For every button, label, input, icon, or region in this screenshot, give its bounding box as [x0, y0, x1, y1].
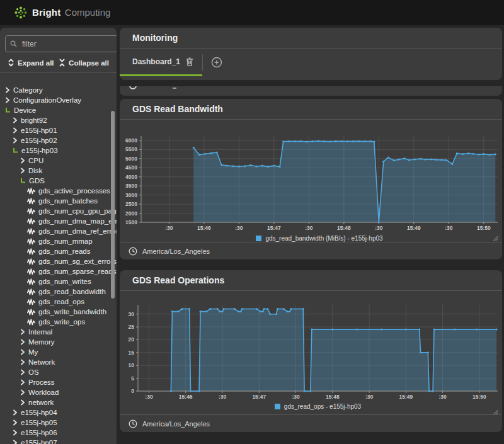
legend-swatch: [275, 404, 280, 409]
tree-item-gds_num_batches[interactable]: gds_num_batches: [0, 196, 117, 206]
filter-input-box[interactable]: [5, 35, 117, 52]
svg-text:15:46: 15:46: [179, 394, 193, 399]
tree-item-My[interactable]: My: [0, 347, 117, 357]
metric-waveform-icon: [27, 288, 35, 295]
metric-waveform-icon: [27, 218, 35, 225]
tree-item-Internal[interactable]: Internal: [0, 327, 117, 337]
collapse-all-button[interactable]: Collapse all: [59, 59, 109, 67]
chevron-right-icon: [13, 409, 18, 416]
filter-input[interactable]: [21, 39, 117, 49]
tree-item-e155j-hp01[interactable]: e155j-hp01: [0, 125, 117, 135]
svg-text:15:48: 15:48: [326, 394, 340, 399]
legend-swatch: [256, 236, 261, 241]
chevron-right-icon: [20, 399, 25, 406]
metric-waveform-icon: [27, 198, 35, 205]
svg-text:4500: 4500: [125, 164, 137, 171]
tree-item-CPU[interactable]: CPU: [0, 156, 117, 166]
tab-dashboard-1[interactable]: Dashboard_1: [120, 48, 202, 76]
tree-item-gds_num_writes[interactable]: gds_num_writes: [0, 276, 117, 287]
metric-waveform-icon: [27, 188, 35, 195]
main-area: Monitoring Dashboard_1: [120, 28, 502, 444]
tree-item-gds_write_ops[interactable]: gds_write_ops: [0, 317, 117, 327]
timezone-label: America/Los_Angeles: [142, 420, 210, 428]
chevron-right-icon: [20, 349, 25, 355]
chevron-right-icon: [20, 359, 25, 365]
tree-item-label: e155j-hp07: [21, 439, 57, 444]
tree-item-gds_read_ops[interactable]: gds_read_ops: [0, 297, 117, 307]
tree-item-gds_read_bandwidth[interactable]: gds_read_bandwidth: [0, 287, 117, 297]
add-dashboard-button[interactable]: [203, 48, 231, 76]
tree-item-Disk[interactable]: Disk: [0, 166, 117, 176]
widget-title-row: GDS Read Operations: [120, 270, 502, 291]
svg-text:4000: 4000: [125, 174, 137, 180]
tree-item-gds_write_bandwidth[interactable]: gds_write_bandwidth: [0, 307, 117, 317]
expand-all-label: Expand all: [18, 59, 54, 67]
chevron-right-icon: [20, 389, 25, 396]
widget-title: GDS Read Operations: [132, 275, 224, 285]
chart-legend[interactable]: gds_read_bandwidth (MiB/s) - e155j-hp03: [141, 234, 498, 242]
svg-text:15:49: 15:49: [407, 225, 421, 231]
monitoring-panel: Monitoring Dashboard_1: [120, 28, 502, 80]
collapse-all-label: Collapse all: [69, 59, 109, 67]
widget-title-row: GDS Read Bandwidth: [120, 99, 502, 120]
tree-item-OS[interactable]: OS: [0, 367, 117, 377]
tree-item-label: Category: [13, 86, 43, 94]
tree-item-label: CPU: [28, 157, 43, 164]
tree-item-label: bright92: [21, 117, 47, 124]
tree-item-label: gds_num_dma_map_errors: [38, 217, 117, 225]
svg-text:15:48: 15:48: [337, 225, 351, 231]
expand-all-button[interactable]: Expand all: [8, 59, 54, 67]
tree-item-e155j-hp07[interactable]: e155j-hp07: [0, 438, 117, 444]
previous-widget-footer-sliver: [120, 86, 502, 96]
tree-item-Network[interactable]: Network: [0, 357, 117, 367]
tree-item-e155j-hp03[interactable]: e155j-hp03: [0, 145, 117, 156]
page-title: Monitoring: [132, 33, 178, 43]
metric-waveform-icon: [27, 238, 35, 245]
tree-item-label: gds_write_ops: [38, 318, 85, 326]
sidebar-scrollbar-thumb[interactable]: [111, 111, 115, 299]
tree-item-gds_num_dma_map_errors[interactable]: gds_num_dma_map_errors: [0, 216, 117, 226]
tree-item-gds_active_processes[interactable]: gds_active_processes: [0, 186, 117, 196]
tree-item-label: network: [28, 399, 54, 406]
tree-item-e155j-hp05[interactable]: e155j-hp05: [0, 418, 117, 428]
delete-dashboard-button[interactable]: [186, 57, 193, 66]
gds-read-bandwidth-chart[interactable]: 1500200025003000350040004500500055006000…: [120, 121, 502, 231]
tree-item-Workload[interactable]: Workload: [0, 387, 117, 397]
tree-item-Process[interactable]: Process: [0, 377, 117, 387]
svg-text:2000: 2000: [125, 210, 137, 217]
tree-item-label: e155j-hp05: [21, 419, 57, 426]
tree-item-label: gds_num_dma_ref_errors: [38, 227, 117, 235]
tree-item-label: gds_num_batches: [38, 197, 98, 205]
tree-item-gds_num_mmap[interactable]: gds_num_mmap: [0, 236, 117, 246]
gds-read-operations-chart[interactable]: 051015202530:3015:46:3015:47:3015:48:301…: [120, 293, 502, 399]
tree-item-gds_num_cpu_gpu_page_errors[interactable]: gds_num_cpu_gpu_page_errors: [0, 206, 117, 216]
metric-waveform-icon: [27, 248, 35, 255]
tree-item-ConfigurationOverlay[interactable]: ConfigurationOverlay: [0, 95, 117, 105]
tree-item-gds_num_dma_ref_errors[interactable]: gds_num_dma_ref_errors: [0, 226, 117, 236]
tree-item-gds_num_reads[interactable]: gds_num_reads: [0, 246, 117, 256]
tree-item-Memory[interactable]: Memory: [0, 337, 117, 347]
tree-item-gds_num_sg_ext_errors[interactable]: gds_num_sg_ext_errors: [0, 256, 117, 266]
metric-waveform-icon: [27, 299, 35, 305]
timezone-label: America/Los_Angeles: [142, 248, 210, 255]
tree-item-network[interactable]: network: [0, 397, 117, 407]
tree-item-e155j-hp06[interactable]: e155j-hp06: [0, 428, 117, 438]
expanded-branch-icon: [13, 147, 18, 154]
tree-item-gds_num_sparse_reads[interactable]: gds_num_sparse_reads: [0, 266, 117, 276]
brand-logo[interactable]: Bright Computing: [14, 6, 110, 20]
chart-legend[interactable]: gds_read_ops - e155j-hp03: [138, 402, 498, 411]
chevron-right-icon: [13, 127, 18, 134]
brand-logo-icon: [14, 6, 28, 20]
tree-item-Category[interactable]: Category: [0, 85, 117, 95]
tree-item-e155j-hp04[interactable]: e155j-hp04: [0, 407, 117, 418]
metric-waveform-icon: [27, 228, 35, 235]
tree-item-bright92[interactable]: bright92: [0, 115, 117, 125]
svg-text::30: :30: [165, 225, 173, 231]
chevron-right-icon: [5, 97, 10, 103]
tree-item-GDS[interactable]: GDS: [0, 176, 117, 186]
svg-text::30: :30: [219, 394, 227, 399]
svg-text:15:50: 15:50: [472, 394, 486, 399]
timezone-footer: America/Los_Angeles: [120, 242, 502, 259]
tree-item-Device[interactable]: Device: [0, 105, 117, 115]
tree-item-e155j-hp02[interactable]: e155j-hp02: [0, 135, 117, 145]
